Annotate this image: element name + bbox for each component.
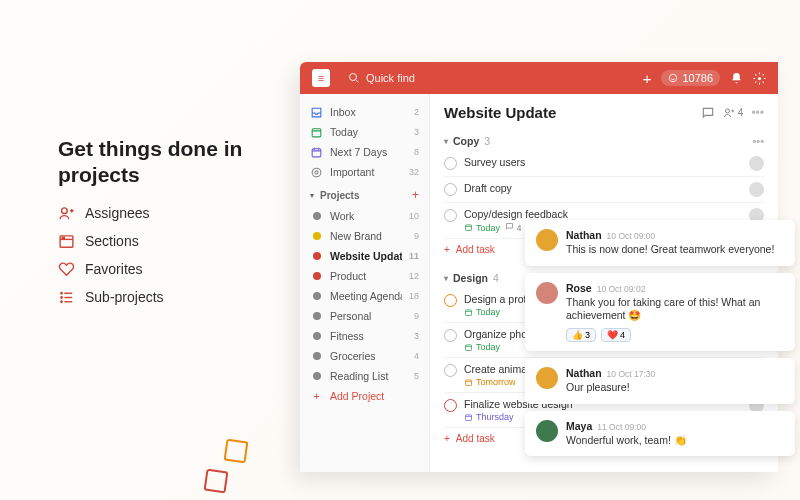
task-due: Thursday (464, 412, 514, 422)
sidebar-item-count: 12 (409, 271, 419, 281)
task-checkbox[interactable] (444, 399, 457, 412)
sidebar: Inbox2Today3Next 7 Days8Important32 ▾ Pr… (300, 94, 430, 472)
comments-icon[interactable] (701, 106, 715, 120)
sidebar-item-label: Reading List (330, 370, 407, 382)
comment-avatar (536, 420, 558, 442)
task-checkbox[interactable] (444, 364, 457, 377)
add-project-button[interactable]: +Add Project (300, 386, 429, 406)
task-due: Today (464, 342, 500, 352)
karma-counter[interactable]: 10786 (661, 70, 720, 86)
task-assignee-avatar[interactable] (749, 156, 764, 171)
section-header[interactable]: ▾Copy3••• (444, 131, 764, 151)
topbar: ≡ Quick find + 10786 (300, 62, 778, 94)
sections-icon (58, 233, 75, 250)
task-comments: 4 (505, 222, 522, 233)
project-color-icon (310, 310, 323, 323)
sidebar-project[interactable]: Groceries4 (300, 346, 429, 366)
sidebar-filter[interactable]: Inbox2 (300, 102, 429, 122)
comment-avatar (536, 282, 558, 304)
comment-bubble[interactable]: Maya11 Oct 09:00Wonderful work, team! 👏 (525, 411, 795, 457)
project-title: Website Update (444, 104, 693, 121)
calendar-icon (464, 223, 473, 232)
sidebar-item-count: 32 (409, 167, 419, 177)
decorative-square (224, 439, 249, 464)
comment-bubble[interactable]: Nathan10 Oct 09:00This is now done! Grea… (525, 220, 795, 266)
sidebar-item-count: 4 (414, 351, 419, 361)
calendar-icon (464, 308, 473, 317)
notification-icon[interactable] (730, 72, 743, 85)
project-color-icon (310, 250, 323, 263)
comment-time: 11 Oct 09:00 (597, 422, 646, 432)
svg-rect-29 (466, 379, 472, 385)
share-button[interactable]: 4 (723, 107, 744, 119)
sidebar-project[interactable]: Fitness3 (300, 326, 429, 346)
task-row[interactable]: Draft copy (444, 177, 764, 203)
svg-rect-14 (312, 128, 321, 136)
bookmark-icon (310, 166, 323, 179)
task-checkbox[interactable] (444, 294, 457, 307)
gear-icon[interactable] (753, 72, 766, 85)
svg-point-7 (61, 292, 62, 293)
sidebar-filter[interactable]: Today3 (300, 122, 429, 142)
task-row[interactable]: Survey users (444, 151, 764, 177)
comment-text: Our pleasure! (566, 381, 784, 395)
sidebar-item-count: 9 (414, 311, 419, 321)
sidebar-item-count: 3 (414, 127, 419, 137)
task-assignee-avatar[interactable] (749, 182, 764, 197)
sidebar-project[interactable]: Reading List5 (300, 366, 429, 386)
comment-author: Rose (566, 282, 592, 294)
svg-point-12 (670, 74, 678, 82)
svg-point-21 (315, 170, 318, 173)
reaction-button[interactable]: ❤️4 (601, 328, 631, 342)
task-checkbox[interactable] (444, 329, 457, 342)
search-input[interactable]: Quick find (348, 72, 643, 84)
inbox-icon (310, 106, 323, 119)
section-more-icon[interactable]: ••• (752, 135, 764, 147)
heart-icon (58, 261, 75, 278)
project-color-icon (310, 350, 323, 363)
sidebar-project[interactable]: Personal9 (300, 306, 429, 326)
sidebar-filter[interactable]: Important32 (300, 162, 429, 182)
plus-icon: + (444, 433, 450, 444)
sidebar-item-label: Groceries (330, 350, 407, 362)
promo-feature: Favorites (58, 261, 258, 278)
sidebar-item-count: 8 (414, 147, 419, 157)
sidebar-project[interactable]: Website Update11 (300, 246, 429, 266)
comment-bubble[interactable]: Nathan10 Oct 17:30Our pleasure! (525, 358, 795, 404)
sidebar-project[interactable]: Product12 (300, 266, 429, 286)
search-icon (348, 72, 360, 84)
comments-panel: Nathan10 Oct 09:00This is now done! Grea… (525, 220, 795, 456)
projects-header[interactable]: ▾ Projects + (300, 182, 429, 206)
sidebar-filter[interactable]: Next 7 Days8 (300, 142, 429, 162)
karma-icon (668, 73, 678, 83)
task-checkbox[interactable] (444, 209, 457, 222)
svg-point-22 (725, 109, 729, 113)
comment-author: Nathan (566, 367, 602, 379)
svg-rect-27 (466, 344, 472, 350)
add-task-icon[interactable]: + (643, 70, 652, 87)
comment-icon (505, 222, 514, 231)
app-logo[interactable]: ≡ (312, 69, 330, 87)
task-title: Copy/design feedback (464, 208, 742, 220)
sidebar-item-count: 18 (409, 291, 419, 301)
project-color-icon (310, 290, 323, 303)
reaction-button[interactable]: 👍3 (566, 328, 596, 342)
promo-feature-label: Assignees (85, 205, 150, 221)
task-checkbox[interactable] (444, 183, 457, 196)
plus-icon: + (444, 244, 450, 255)
section-name: Design (453, 272, 488, 284)
add-project-icon[interactable]: + (412, 188, 419, 202)
sidebar-project[interactable]: New Brand9 (300, 226, 429, 246)
project-color-icon (310, 370, 323, 383)
comment-bubble[interactable]: Rose10 Oct 09:02Thank you for taking car… (525, 273, 795, 351)
sidebar-item-label: Inbox (330, 106, 407, 118)
svg-line-11 (356, 80, 359, 83)
sidebar-project[interactable]: Meeting Agenda18 (300, 286, 429, 306)
task-checkbox[interactable] (444, 157, 457, 170)
svg-rect-23 (466, 225, 472, 231)
calendar-icon (310, 146, 323, 159)
sidebar-project[interactable]: Work10 (300, 206, 429, 226)
sidebar-item-count: 10 (409, 211, 419, 221)
svg-rect-16 (312, 148, 321, 156)
more-icon[interactable]: ••• (751, 106, 764, 120)
